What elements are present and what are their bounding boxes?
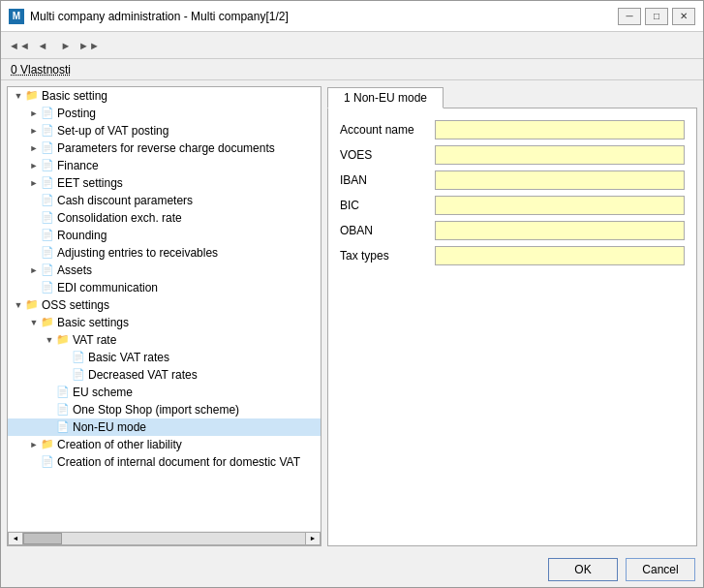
form-row-oban: OBAN bbox=[340, 221, 685, 240]
tree-item-basic-vat[interactable]: 📄 Basic VAT rates bbox=[8, 349, 321, 366]
toggle-basic-vat bbox=[58, 351, 72, 364]
tree-item-oss-settings[interactable]: ▼ 📁 OSS settings bbox=[8, 296, 321, 314]
tree-item-basic-settings-oss[interactable]: ▼ 📁 Basic settings bbox=[8, 314, 321, 331]
folder-icon: 📁 bbox=[25, 298, 39, 312]
toggle-edi bbox=[27, 281, 41, 294]
title-bar: M Multi company administration - Multi c… bbox=[1, 1, 703, 32]
toggle-basic-settings-oss[interactable]: ▼ bbox=[27, 316, 41, 329]
tree-item-eu-scheme[interactable]: 📄 EU scheme bbox=[8, 384, 321, 401]
scroll-track[interactable] bbox=[23, 532, 305, 545]
scroll-left-button[interactable]: ◄ bbox=[8, 532, 23, 545]
toggle-basic-setting[interactable]: ▼ bbox=[12, 89, 25, 103]
tree-item-assets[interactable]: ► 📄 Assets bbox=[8, 262, 321, 279]
tree-item-consolidation[interactable]: 📄 Consolidation exch. rate bbox=[8, 209, 321, 227]
toggle-decreased-vat bbox=[58, 368, 72, 382]
cancel-button[interactable]: Cancel bbox=[626, 558, 695, 581]
input-oban[interactable] bbox=[435, 221, 685, 240]
tree-label-eet: EET settings bbox=[57, 177, 123, 189]
tree-item-non-eu-mode[interactable]: 📄 Non-EU mode bbox=[8, 418, 321, 436]
toggle-one-stop-shop bbox=[43, 403, 56, 417]
tree-label-vat-rate: VAT rate bbox=[73, 334, 116, 346]
toggle-oss-settings[interactable]: ▼ bbox=[12, 298, 25, 312]
tree-item-one-stop-shop[interactable]: 📄 One Stop Shop (import scheme) bbox=[8, 401, 321, 418]
input-bic[interactable] bbox=[435, 196, 685, 215]
doc-icon: 📄 bbox=[56, 420, 70, 434]
toggle-vat-rate[interactable]: ▼ bbox=[43, 333, 56, 347]
form-row-bic: BIC bbox=[340, 196, 685, 215]
tree-item-eet[interactable]: ► 📄 EET settings bbox=[8, 174, 321, 192]
doc-icon: 📄 bbox=[41, 455, 54, 469]
tree-scroll-area[interactable]: ▼ 📁 Basic setting ► 📄 Posting ► 📄 Set-u bbox=[7, 86, 321, 531]
folder-icon: 📁 bbox=[41, 438, 54, 451]
doc-icon: 📄 bbox=[41, 246, 54, 260]
tree-item-decreased-vat[interactable]: 📄 Decreased VAT rates bbox=[8, 366, 321, 384]
close-button[interactable]: ✕ bbox=[672, 8, 695, 25]
toggle-consolidation bbox=[27, 211, 41, 225]
window-controls: ─ □ ✕ bbox=[618, 8, 695, 25]
tree-item-edi[interactable]: 📄 EDI communication bbox=[8, 279, 321, 296]
tree-item-adjusting[interactable]: 📄 Adjusting entries to receivables bbox=[8, 244, 321, 262]
tree-item-creation-liability[interactable]: ► 📁 Creation of other liability bbox=[8, 436, 321, 453]
nav-last-button[interactable]: ►► bbox=[78, 35, 100, 56]
tree-horizontal-scrollbar: ◄ ► bbox=[7, 531, 321, 546]
doc-icon: 📄 bbox=[56, 403, 70, 417]
toggle-creation-internal bbox=[27, 455, 41, 469]
tree-item-vat-posting[interactable]: ► 📄 Set-up of VAT posting bbox=[8, 122, 321, 139]
ok-button[interactable]: OK bbox=[548, 558, 618, 581]
doc-icon: 📄 bbox=[41, 194, 54, 207]
toggle-eu-scheme bbox=[43, 386, 56, 399]
doc-icon: 📄 bbox=[56, 386, 70, 399]
folder-icon: 📁 bbox=[41, 316, 54, 329]
nav-play-button[interactable]: ► bbox=[55, 35, 77, 56]
tab-non-eu-mode[interactable]: 1 Non-EU mode bbox=[327, 87, 444, 108]
close-icon: ✕ bbox=[680, 11, 688, 21]
form-row-tax-types: Tax types bbox=[340, 246, 685, 265]
ok-label: OK bbox=[574, 563, 591, 576]
doc-icon: 📄 bbox=[72, 351, 85, 364]
nav-prev-button[interactable]: ◄ bbox=[32, 35, 53, 56]
tree-label-rounding: Rounding bbox=[57, 230, 107, 241]
toggle-posting[interactable]: ► bbox=[27, 107, 41, 120]
tree-label-creation-liability: Creation of other liability bbox=[57, 439, 182, 450]
toggle-creation-liability[interactable]: ► bbox=[27, 438, 41, 451]
tree-item-cash-discount[interactable]: 📄 Cash discount parameters bbox=[8, 192, 321, 209]
toggle-assets[interactable]: ► bbox=[27, 263, 41, 277]
tree-label-basic-setting: Basic setting bbox=[42, 90, 107, 102]
scroll-right-button[interactable]: ► bbox=[305, 532, 321, 545]
tree-item-rounding[interactable]: 📄 Rounding bbox=[8, 227, 321, 244]
folder-icon: 📁 bbox=[56, 333, 70, 347]
input-voes[interactable] bbox=[435, 145, 685, 165]
doc-icon: 📄 bbox=[72, 368, 85, 382]
tree-label-vat-posting: Set-up of VAT posting bbox=[57, 125, 168, 137]
tree-label-oss-settings: OSS settings bbox=[42, 299, 109, 311]
tree-label-creation-internal: Creation of internal document for domest… bbox=[57, 456, 300, 468]
main-window: M Multi company administration - Multi c… bbox=[0, 0, 704, 588]
tree-label-reverse-charge: Parameters for reverse charge documents bbox=[57, 142, 275, 154]
tree-item-reverse-charge[interactable]: ► 📄 Parameters for reverse charge docume… bbox=[8, 139, 321, 157]
toggle-cash-discount bbox=[27, 194, 41, 207]
input-tax-types[interactable] bbox=[435, 246, 685, 265]
toggle-vat-posting[interactable]: ► bbox=[27, 124, 41, 138]
doc-icon: 📄 bbox=[41, 263, 54, 277]
tree-label-basic-vat: Basic VAT rates bbox=[88, 352, 169, 363]
right-panel: 1 Non-EU mode Account name VOES IBAN bbox=[327, 86, 697, 546]
doc-icon: 📄 bbox=[41, 229, 54, 242]
toggle-finance[interactable]: ► bbox=[27, 159, 41, 172]
tab-bar: 1 Non-EU mode bbox=[327, 86, 697, 108]
tree-item-creation-internal[interactable]: 📄 Creation of internal document for dome… bbox=[8, 453, 321, 471]
nav-prev-icon: ◄ bbox=[38, 40, 48, 51]
menu-item-vlastnosti[interactable]: 0 Vlastnosti bbox=[9, 63, 73, 77]
tree-item-finance[interactable]: ► 📄 Finance bbox=[8, 157, 321, 174]
tree-label-consolidation: Consolidation exch. rate bbox=[57, 212, 182, 224]
maximize-button[interactable]: □ bbox=[645, 8, 668, 25]
toggle-eet[interactable]: ► bbox=[27, 176, 41, 190]
tree-item-posting[interactable]: ► 📄 Posting bbox=[8, 105, 321, 122]
nav-first-button[interactable]: ◄◄ bbox=[9, 35, 30, 56]
tree-item-basic-setting[interactable]: ▼ 📁 Basic setting bbox=[8, 87, 321, 105]
input-account-name[interactable] bbox=[435, 120, 685, 139]
scroll-thumb[interactable] bbox=[23, 533, 62, 544]
toggle-reverse-charge[interactable]: ► bbox=[27, 141, 41, 155]
tree-item-vat-rate[interactable]: ▼ 📁 VAT rate bbox=[8, 331, 321, 349]
input-iban[interactable] bbox=[435, 170, 685, 190]
minimize-button[interactable]: ─ bbox=[618, 8, 641, 25]
